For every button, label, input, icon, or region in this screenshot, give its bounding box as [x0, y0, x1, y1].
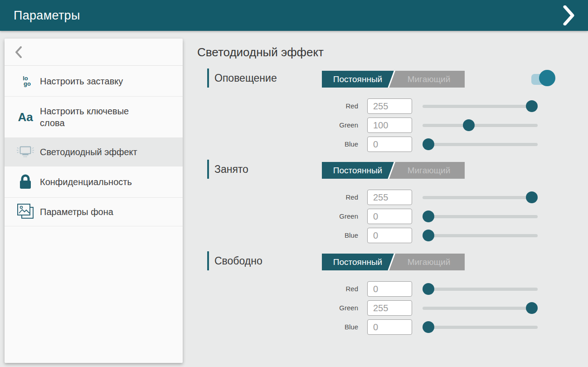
sidebar-back-button[interactable] [5, 39, 183, 66]
red-value-input[interactable] [367, 98, 412, 114]
mode-toggle-group: Постоянный Мигающий [322, 254, 465, 270]
slider-track [423, 326, 538, 329]
slider-track [423, 105, 538, 108]
sidebar-item-led-effect[interactable]: Светодиодный эффект [5, 138, 183, 166]
green-label: Green [288, 209, 358, 224]
sidebar-item-splash-screen[interactable]: logo Настроить заставку [5, 66, 183, 97]
sidebar-item-background[interactable]: Параметры фона [5, 198, 183, 226]
logo-icon: logo [15, 76, 35, 87]
slider-thumb[interactable] [526, 100, 538, 112]
blue-value-input[interactable] [367, 319, 412, 335]
green-label: Green [288, 117, 358, 133]
sidebar-item-label: Параметры фона [40, 206, 113, 218]
slider-thumb[interactable] [423, 138, 434, 150]
green-label: Green [288, 300, 358, 316]
section-accent-bar [207, 160, 209, 179]
blue-label: Blue [288, 228, 358, 243]
section-busy: Занято Постоянный Мигающий Red Green [206, 160, 569, 250]
font-icon: Aa [15, 110, 35, 124]
section-accent-bar [207, 251, 209, 270]
red-value-input[interactable] [367, 281, 412, 297]
red-label: Red [288, 98, 358, 114]
settings-page: Параметры logo Настроить заставку Aa Нас… [0, 0, 588, 367]
collapse-panel-button[interactable] [556, 0, 582, 31]
slider-track [423, 124, 538, 127]
slider-track [423, 307, 538, 310]
red-row: Red [206, 281, 569, 297]
blue-slider[interactable] [423, 230, 538, 241]
slider-thumb[interactable] [526, 191, 538, 203]
app-header: Параметры [0, 0, 588, 31]
slider-thumb[interactable] [423, 321, 434, 333]
slider-track [423, 234, 538, 237]
green-value-input[interactable] [367, 209, 412, 224]
green-slider[interactable] [423, 119, 538, 131]
slider-thumb[interactable] [526, 302, 538, 314]
section-alert: Оповещение Постоянный Мигающий Red Green [206, 69, 569, 159]
slider-thumb[interactable] [423, 283, 434, 295]
blue-row: Blue [206, 137, 569, 152]
lock-icon [15, 174, 35, 190]
mode-blinking-button[interactable]: Мигающий [388, 71, 465, 88]
red-label: Red [288, 281, 358, 297]
mode-blinking-button[interactable]: Мигающий [388, 162, 465, 179]
green-slider[interactable] [423, 210, 538, 222]
section-free: Свободно Постоянный Мигающий Red Green [206, 251, 569, 342]
slider-track [423, 288, 538, 291]
content-title: Светодиодный эффект [197, 45, 324, 59]
led-screen-icon [15, 145, 35, 159]
switch-knob [539, 70, 555, 86]
sidebar-item-label: Настроить ключевые слова [40, 105, 153, 129]
blue-value-input[interactable] [367, 228, 412, 243]
red-slider[interactable] [423, 283, 538, 295]
green-row: Green [206, 117, 569, 133]
blue-label: Blue [288, 319, 358, 335]
mode-constant-button[interactable]: Постоянный [322, 162, 398, 179]
mode-constant-button[interactable]: Постоянный [322, 254, 398, 270]
section-title: Оповещение [214, 69, 277, 88]
chevron-left-icon [15, 46, 22, 58]
slider-track [423, 196, 538, 199]
green-row: Green [206, 209, 569, 224]
blue-row: Blue [206, 228, 569, 243]
blue-row: Blue [206, 319, 569, 335]
green-slider[interactable] [423, 302, 538, 314]
sidebar: logo Настроить заставку Aa Настроить клю… [5, 39, 183, 363]
blue-label: Blue [288, 137, 358, 152]
red-label: Red [288, 190, 358, 205]
page-title: Параметры [14, 9, 80, 23]
green-value-input[interactable] [367, 300, 412, 316]
slider-thumb[interactable] [423, 210, 434, 222]
red-slider[interactable] [423, 191, 538, 203]
slider-thumb[interactable] [423, 230, 434, 241]
red-value-input[interactable] [367, 190, 412, 205]
images-icon [15, 203, 35, 221]
slider-track [423, 143, 538, 146]
mode-blinking-button[interactable]: Мигающий [388, 254, 465, 270]
slider-thumb[interactable] [463, 119, 475, 131]
mode-toggle-group: Постоянный Мигающий [322, 162, 465, 179]
slider-track [423, 215, 538, 218]
red-slider[interactable] [423, 100, 538, 112]
section-accent-bar [207, 69, 209, 88]
power-toggle-switch[interactable] [530, 70, 557, 87]
sidebar-item-keywords[interactable]: Aa Настроить ключевые слова [5, 97, 183, 138]
sidebar-item-label: Конфиденциальность [40, 176, 132, 188]
sidebar-item-privacy[interactable]: Конфиденциальность [5, 166, 183, 198]
chevron-right-icon [563, 5, 575, 25]
red-row: Red [206, 190, 569, 205]
sidebar-item-label: Настроить заставку [40, 75, 123, 87]
mode-constant-button[interactable]: Постоянный [322, 71, 398, 88]
section-title: Свободно [214, 251, 262, 270]
section-title: Занято [214, 160, 248, 179]
green-row: Green [206, 300, 569, 316]
sidebar-item-label: Светодиодный эффект [40, 146, 137, 158]
blue-value-input[interactable] [367, 137, 412, 152]
blue-slider[interactable] [423, 321, 538, 333]
mode-toggle-group: Постоянный Мигающий [322, 71, 465, 88]
green-value-input[interactable] [367, 117, 412, 133]
blue-slider[interactable] [423, 138, 538, 150]
red-row: Red [206, 98, 569, 114]
